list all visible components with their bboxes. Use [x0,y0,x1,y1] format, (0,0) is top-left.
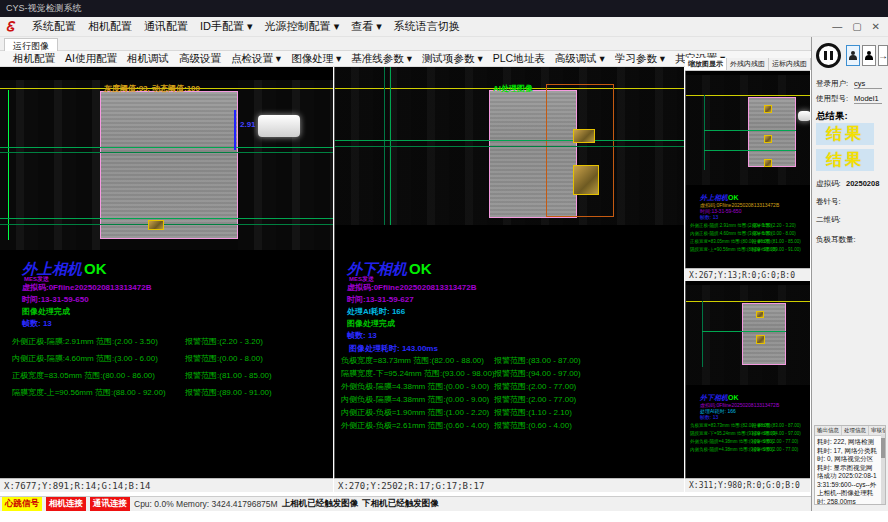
tool-item-plc-address[interactable]: PLC地址表 [488,52,550,66]
frame-line: 帧数: 13 [700,414,718,420]
comm-connection-badge: 通讯连接 [90,497,130,511]
menu-item-language[interactable]: 系统语言切换 [388,19,466,34]
tool-item-ai-config[interactable]: AI使用配置 [60,52,122,66]
tab-zoom-display[interactable]: 缩放图显示 [685,58,727,70]
measure-text: 内侧负极-隔膜=4.38mm 范围:(0.00 - 9.00) [690,447,752,452]
alarm-text: 报警范围:(2.20 - 3.20) [752,223,796,228]
tool-item-test-params[interactable]: 测试项参数 ▾ [417,52,488,66]
log-scrollbar[interactable] [881,434,885,504]
model-label: 使用型号: [816,94,848,104]
lower-camera-image[interactable]: AI处理图像 [335,67,684,225]
tab-outer-defect[interactable]: 外残内残图 [727,58,769,70]
alarm-text: 报警范围:(89.00 - 91.00) [752,247,801,252]
tool-item-spot-check[interactable]: 点检设置 ▾ [226,52,286,66]
measure-value-label: 2.91 [240,120,256,129]
tab-marker-3 [764,159,772,167]
tool-item-learning-params[interactable]: 学习参数 ▾ [610,52,670,66]
measure-text: 内侧负极-隔膜=4.38mm 范围:(0.00 - 9.00) [341,394,494,405]
measure-text: 隔膜宽度-上=90.56mm 范围:(88.00 - 92.00) [12,387,185,398]
tab-process-info[interactable]: 处理信息 [842,426,869,435]
qr-label: 二维码: [816,215,841,225]
alarm-text: 报警范围:(0.60 - 4.00) [494,420,572,431]
measure-text: 内侧正极-隔膜:4.60mm 范围:(3.00 - 6.00) [690,231,752,236]
camera-connection-badge: 相机连接 [46,497,86,511]
upper-camera-image[interactable]: 2.91 灰度阈值:93, 动态阈值:100 [0,80,333,250]
measure-text: 外侧正极-隔膜:2.91mm 范围:(2.00 - 3.50) [690,223,752,228]
measure-text: 内侧正极-隔膜:4.60mm 范围:(3.00 - 6.00) [12,353,185,364]
alarm-text: 报警范围:(2.00 - 77.00) [494,394,576,405]
menu-item-camera-config[interactable]: 相机配置 [82,19,138,34]
ai-time-line: 处理AI耗时: 166 [347,306,405,317]
tool-item-camera-debug[interactable]: 相机调试 [122,52,174,66]
user-button[interactable] [846,45,860,66]
menu-item-id-config[interactable]: ID手配置 ▾ [194,19,259,34]
window-controls: — ▢ ✕ [832,21,888,32]
frame-line: 帧数: 13 [347,330,377,341]
tool-item-advanced-settings[interactable]: 高级设置 [174,52,226,66]
tool-item-advanced-debug[interactable]: 高级调试 ▾ [550,52,610,66]
menu-item-system-config[interactable]: 系统配置 [26,19,82,34]
tool-item-camera-config[interactable]: 相机配置 [8,52,60,66]
ai-region-box [546,84,614,217]
measure-row: 隔膜宽度-上=90.56mm 范围:(88.00 - 92.00) 报警范围:(… [12,387,272,398]
alarm-text: 报警范围:(0.00 - 8.00) [752,231,796,236]
measure-row: 内侧正极-隔膜:4.60mm 范围:(3.00 - 6.00)报警范围:(0.0… [690,231,796,236]
status-bar: 心跳信号 相机连接 通讯连接 Cpu: 0.0% Memory: 3424.41… [0,496,811,511]
lower-zoom-image[interactable] [686,285,810,385]
lower-camera-coords: X:270;Y:2502;R:17;G:17;B:17 [334,478,684,492]
baseline-yellow [686,301,810,302]
tab-marker-1 [148,220,164,230]
menu-item-comm-config[interactable]: 通讯配置 [138,19,194,34]
zoom-view-tabs: 缩放图显示 外残内残图 运标内残图 [685,58,810,71]
upper-zoom-image[interactable] [686,75,810,185]
barcode-value: 20250208 [846,179,879,188]
measure-row: 外侧正极-隔膜:2.91mm 范围:(2.00 - 3.50) 报警范围:(2.… [12,336,263,347]
upper-camera-coords: X:7677;Y:891;R:14;G:14;B:14 [0,478,333,492]
needle-label: 卷针号: [816,197,841,207]
log-box[interactable]: 输出信息 处理信息 审核信息 耗时: 222, 网络检测耗时: 17, 网络分类… [814,425,886,505]
measure-text: 外侧负极-隔膜=4.38mm 范围:(0.00 - 9.00) [690,439,752,444]
lower-zoom-coords: X:311;Y:980;R:0;G:0;B:0 [685,478,810,492]
total-result-label: 总结果: [816,110,848,123]
pause-button[interactable] [816,43,841,68]
close-icon[interactable]: ✕ [872,21,880,32]
measure-row: 外侧正极-隔膜:2.91mm 范围:(2.00 - 3.50)报警范围:(2.2… [690,223,796,228]
alarm-text: 报警范围:(89.00 - 91.00) [185,387,272,398]
measure-bracket-blue [234,110,237,150]
minimize-icon[interactable]: — [832,21,842,32]
alarm-text: 报警范围:(0.00 - 8.00) [185,353,263,364]
measure-row: 外侧负极-隔膜=4.38mm 范围:(0.00 - 9.00) 报警范围:(2.… [341,381,576,392]
measure-text: 隔膜宽度-下=95.24mm 范围:(93.00 - 98.00) [690,431,752,436]
measure-row: 外侧负极-隔膜=4.38mm 范围:(0.00 - 9.00)报警范围:(2.0… [690,439,798,444]
tool-item-baseline-params[interactable]: 基准线参数 ▾ [346,52,417,66]
measure-text: 负极宽度=83.73mm 范围:(82.00 - 88.00) [690,423,752,428]
menu-item-light-config[interactable]: 光源控制配置 ▾ [259,19,346,34]
tab-output-info[interactable]: 输出信息 [815,426,842,435]
tool-item-image-processing[interactable]: 图像处理 ▾ [286,52,346,66]
measure-row: 隔膜宽度-下=95.24mm 范围:(93.00 - 98.00) 报警范围:(… [341,368,581,379]
operator-button[interactable] [862,45,876,66]
tab-run-image[interactable]: 运行图像 [4,38,58,51]
measure-row: 正极宽度=83.05mm 范围:(80.00 - 86.00) 报警范围:(81… [12,370,272,381]
alarm-text: 报警范围:(94.00 - 97.00) [494,368,581,379]
barcode-line: 虚拟码:0Ffiine2025020813313472B [22,282,151,293]
done-line: 图像处理完成 [347,318,395,329]
menu-item-view[interactable]: 查看 ▾ [345,19,388,34]
frame-line: 帧数: 13 [700,214,718,220]
alarm-text: 报警范围:(2.20 - 3.20) [185,336,263,347]
measure-text: 外侧正极-负极=2.61mm 范围:(0.60 - 4.00) [341,420,494,431]
heartbeat-badge: 心跳信号 [2,497,42,511]
alarm-text: 报警范围:(81.00 - 85.00) [752,239,801,244]
exit-button[interactable]: → [878,45,888,66]
upper-zoom-coords: X:267;Y:13;R:0;G:0;B:0 [685,268,810,281]
tab-count-label: 负极耳数量: [816,235,856,245]
measure-row: 内侧负极-隔膜=4.38mm 范围:(0.00 - 9.00) 报警范围:(2.… [341,394,576,405]
result-ok-label: OK [728,394,739,401]
scrollbar-thumb[interactable] [881,438,885,458]
measure-text: 负极宽度=83.73mm 范围:(82.00 - 88.00) [341,355,494,366]
measure-text: 外侧负极-隔膜=4.38mm 范围:(0.00 - 9.00) [341,381,494,392]
maximize-icon[interactable]: ▢ [852,21,861,32]
threshold-label: 灰度阈值:93, 动态阈值:100 [104,83,200,94]
measure-line-1 [704,130,796,131]
tab-mark-defect[interactable]: 运标内残图 [769,58,811,70]
